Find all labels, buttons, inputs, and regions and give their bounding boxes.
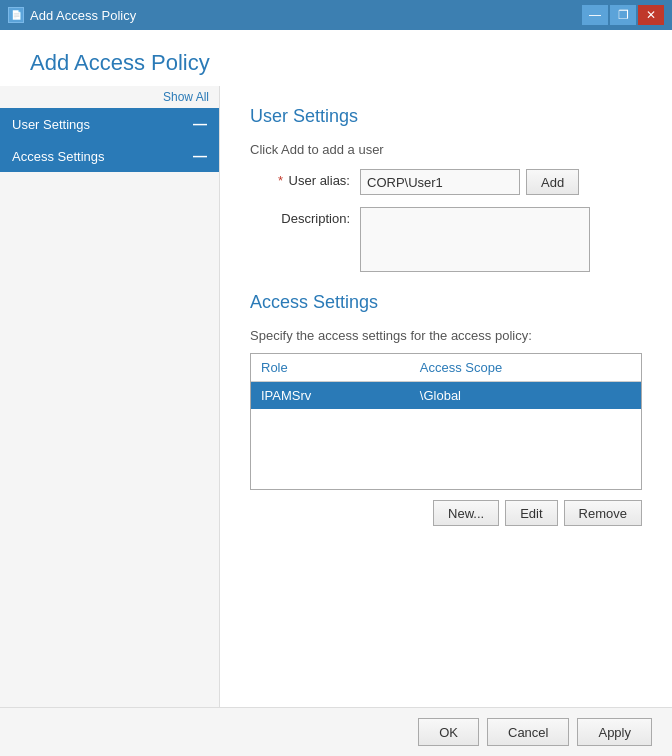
sidebar-item-access-settings-label: Access Settings — [12, 149, 105, 164]
required-star: * — [278, 173, 283, 188]
table-empty-row-2 — [251, 429, 641, 449]
description-label: Description: — [250, 207, 360, 226]
description-input[interactable] — [360, 207, 590, 272]
table-buttons: New... Edit Remove — [250, 500, 642, 526]
ok-button[interactable]: OK — [418, 718, 479, 746]
user-alias-input[interactable] — [360, 169, 520, 195]
main-content: User Settings Click Add to add a user * … — [220, 86, 672, 707]
table-row[interactable]: IPAMSrv \Global — [251, 382, 641, 410]
body-layout: Show All User Settings — Access Settings… — [0, 86, 672, 707]
sidebar-item-user-settings[interactable]: User Settings — — [0, 108, 219, 140]
title-bar: 📄 Add Access Policy — ❐ ✕ — [0, 0, 672, 30]
edit-button[interactable]: Edit — [505, 500, 557, 526]
sidebar-item-access-settings-collapse-icon: — — [193, 148, 207, 164]
sidebar: Show All User Settings — Access Settings… — [0, 86, 220, 707]
app-icon: 📄 — [8, 7, 24, 23]
table-header-row: Role Access Scope — [251, 354, 641, 382]
col-role: Role — [251, 354, 410, 382]
description-row: Description: — [250, 207, 642, 272]
user-settings-hint: Click Add to add a user — [250, 142, 642, 157]
new-button[interactable]: New... — [433, 500, 499, 526]
remove-button[interactable]: Remove — [564, 500, 642, 526]
specify-text: Specify the access settings for the acce… — [250, 328, 642, 343]
user-alias-controls: Add — [360, 169, 642, 195]
minimize-button[interactable]: — — [582, 5, 608, 25]
window-content: Add Access Policy Show All User Settings… — [0, 30, 672, 756]
access-settings-section: Access Settings Specify the access setti… — [250, 292, 642, 526]
cell-role: IPAMSrv — [251, 382, 410, 410]
title-bar-title: Add Access Policy — [30, 8, 136, 23]
cancel-button[interactable]: Cancel — [487, 718, 569, 746]
table-empty-row-3 — [251, 449, 641, 469]
close-button[interactable]: ✕ — [638, 5, 664, 25]
description-controls — [360, 207, 642, 272]
apply-button[interactable]: Apply — [577, 718, 652, 746]
restore-button[interactable]: ❐ — [610, 5, 636, 25]
show-all-link[interactable]: Show All — [0, 86, 219, 108]
title-bar-controls: — ❐ ✕ — [582, 5, 664, 25]
user-settings-title: User Settings — [250, 106, 642, 127]
table-empty-row-1 — [251, 409, 641, 429]
table-empty-row-4 — [251, 469, 641, 489]
bottom-bar: OK Cancel Apply — [0, 707, 672, 756]
sidebar-item-user-settings-label: User Settings — [12, 117, 90, 132]
access-settings-title: Access Settings — [250, 292, 642, 313]
col-scope: Access Scope — [410, 354, 641, 382]
sidebar-item-user-settings-collapse-icon: — — [193, 116, 207, 132]
access-table-wrapper: Role Access Scope IPAMSrv \Global — [250, 353, 642, 490]
title-bar-left: 📄 Add Access Policy — [8, 7, 136, 23]
cell-scope: \Global — [410, 382, 641, 410]
sidebar-item-access-settings[interactable]: Access Settings — — [0, 140, 219, 172]
user-settings-section: User Settings Click Add to add a user * … — [250, 106, 642, 272]
user-alias-row: * User alias: Add — [250, 169, 642, 195]
add-button[interactable]: Add — [526, 169, 579, 195]
user-alias-label: * User alias: — [250, 169, 360, 188]
page-title: Add Access Policy — [0, 30, 672, 86]
user-alias-label-text: User alias: — [289, 173, 350, 188]
access-table: Role Access Scope IPAMSrv \Global — [251, 354, 641, 489]
